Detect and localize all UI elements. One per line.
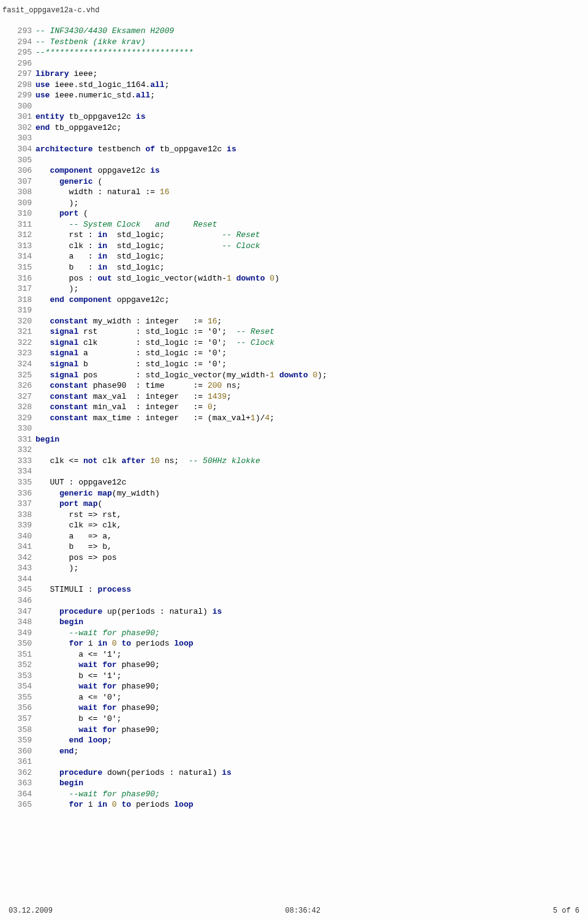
line-number: 308 [9,187,32,198]
line-number: 343 [9,563,32,574]
line-number: 301 [9,111,32,123]
line-number: 298 [9,80,32,91]
line-number: 344 [9,574,32,585]
line-number: 296 [9,58,32,69]
line-number: 325 [9,370,32,381]
line-number: 353 [9,671,32,682]
line-number: 327 [9,391,32,402]
line-number: 317 [9,284,32,295]
line-number: 341 [9,541,32,552]
line-number: 310 [9,208,32,219]
footer-page: 5 of 6 [553,907,579,915]
line-number: 315 [9,262,32,273]
line-number: 362 [9,767,32,779]
code-block: 293-- INF3430/4430 Eksamen H2009 294-- T… [0,26,588,810]
line-number: 359 [9,735,32,746]
footer-time: 08:36:42 [285,907,321,915]
line-number: 314 [9,251,32,262]
line-number: 312 [9,230,32,241]
line-number: 346 [9,595,32,606]
line-number: 364 [9,789,32,800]
line-number: 302 [9,123,32,134]
line-number: 340 [9,531,32,542]
line-number: 297 [9,69,32,80]
line-number: 347 [9,606,32,617]
line-number: 360 [9,746,32,757]
line-number: 304 [9,144,32,155]
line-number: 295 [9,47,32,58]
line-number: 318 [9,295,32,306]
line-number: 336 [9,488,32,499]
line-number: 349 [9,628,32,639]
line-number: 352 [9,660,32,671]
line-number: 333 [9,456,32,467]
line-number: 323 [9,348,32,359]
line-number: 357 [9,714,32,725]
line-number: 313 [9,241,32,252]
line-number: 294 [9,37,32,48]
line-number: 335 [9,477,32,488]
line-number: 361 [9,756,32,767]
line-number: 329 [9,413,32,424]
line-number: 350 [9,638,32,649]
file-name: fasit_oppgave12a-c.vhd [0,6,588,26]
line-number: 358 [9,725,32,736]
line-number: 324 [9,359,32,370]
line-number: 299 [9,90,32,101]
line-number: 337 [9,499,32,510]
line-number: 322 [9,337,32,349]
line-number: 332 [9,445,32,456]
line-number: 339 [9,520,32,531]
line-number: 321 [9,326,32,337]
line-number: 320 [9,316,32,327]
line-number: 293 [9,26,32,37]
line-number: 331 [9,434,32,445]
line-number: 365 [9,799,32,810]
line-number: 305 [9,155,32,166]
line-number: 348 [9,617,32,628]
line-number: 354 [9,681,32,692]
line-number: 338 [9,510,32,521]
line-number: 306 [9,165,32,176]
line-number: 356 [9,703,32,714]
page-footer: 03.12.2009 08:36:42 5 of 6 [0,907,588,915]
line-number: 300 [9,101,32,112]
document-page: fasit_oppgave12a-c.vhd 293-- INF3430/443… [0,0,588,920]
line-number: 319 [9,305,32,316]
line-number: 303 [9,133,32,144]
line-number: 307 [9,176,32,187]
line-number: 345 [9,584,32,595]
line-number: 342 [9,552,32,564]
line-number: 330 [9,423,32,434]
line-number: 326 [9,380,32,391]
line-number: 328 [9,402,32,413]
line-number: 316 [9,273,32,284]
line-number: 351 [9,649,32,660]
line-number: 363 [9,778,32,789]
line-number: 334 [9,466,32,477]
line-number: 355 [9,692,32,703]
line-number: 309 [9,198,32,209]
line-number: 311 [9,219,32,230]
footer-date: 03.12.2009 [9,907,53,915]
